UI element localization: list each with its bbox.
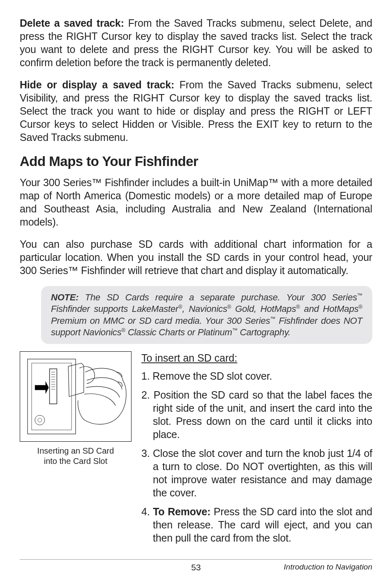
para-delete-track-label: Delete a saved track:	[20, 17, 124, 29]
para-hide-track: Hide or display a saved track: From the …	[20, 78, 372, 144]
para-delete-track: Delete a saved track: From the Saved Tra…	[20, 16, 372, 69]
footer-section-title: Introduction to Navigation	[284, 562, 372, 572]
svg-rect-2	[50, 369, 57, 404]
step-3: 3. Close the slot cover and turn the kno…	[141, 447, 372, 499]
page-number: 53	[191, 562, 201, 573]
svg-marker-11	[35, 381, 49, 394]
svg-point-12	[35, 415, 45, 425]
step-4-label: To Remove:	[153, 506, 210, 517]
figure-caption: Inserting an SD Card into the Card Slot	[20, 446, 131, 466]
svg-point-13	[38, 418, 42, 422]
section-heading-add-maps: Add Maps to Your Fishfinder	[20, 153, 372, 170]
page-footer: 53 Introduction to Navigation	[20, 559, 372, 574]
note-label: NOTE:	[51, 292, 78, 302]
figure-sd-card-insert	[20, 351, 131, 442]
para-sd-cards: You can also purchase SD cards with addi…	[20, 238, 372, 277]
subheading-insert-sd: To insert an SD card:	[141, 351, 372, 364]
steps-list: 1. Remove the SD slot cover. 2. Position…	[141, 369, 372, 544]
step-2: 2. Position the SD card so that the labe…	[141, 388, 372, 441]
step-4: 4. To Remove: Press the SD card into the…	[141, 505, 372, 544]
step-1: 1. Remove the SD slot cover.	[141, 369, 372, 383]
para-unimap: Your 300 Series™ Fishfinder includes a b…	[20, 176, 372, 228]
para-hide-track-label: Hide or display a saved track:	[20, 79, 174, 90]
note-box: NOTE: The SD Cards require a separate pu…	[41, 286, 372, 344]
sd-card-illustration-icon	[20, 352, 131, 441]
